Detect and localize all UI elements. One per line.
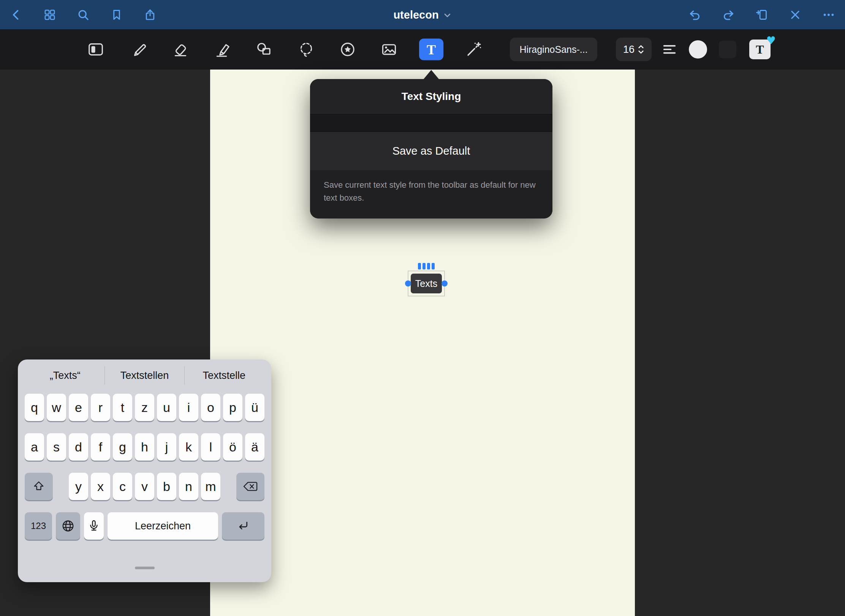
topbar-left-group [8,7,158,23]
floating-keyboard: „Texts“TextstellenTextstelle qwertzuiopü… [18,359,271,582]
key-m[interactable]: m [201,473,220,500]
text-tool-button[interactable]: T [419,39,443,60]
popover-separator-strip [310,114,552,132]
text-tool-icon: T [427,43,436,56]
suggestion-Textstelle[interactable]: Textstelle [184,366,264,385]
key-[interactable]: ü [245,394,264,421]
close-button[interactable] [787,7,803,23]
key-e[interactable]: e [69,394,88,421]
thumbnails-button[interactable] [42,7,58,23]
eraser-tool-button[interactable] [169,38,191,60]
mic-icon [87,519,100,532]
undo-button[interactable] [687,7,703,23]
app-screen: utelecon [0,0,845,616]
pen-tool-button[interactable] [128,38,150,60]
top-navigation-bar: utelecon [0,0,845,29]
add-page-button[interactable] [754,7,770,23]
save-as-default-button[interactable]: Save as Default [310,132,552,170]
return-icon [237,519,250,532]
lasso-tool-button[interactable] [295,38,317,60]
text-box[interactable]: Texts [411,274,442,293]
highlighter-icon [214,41,232,58]
keyboard-row-3: yxcvbnm [25,473,264,500]
secondary-color-well[interactable] [719,41,736,58]
font-family-button[interactable]: HiraginoSans-... [510,38,597,61]
key-b[interactable]: b [157,473,176,500]
textbox-drag-handle[interactable] [418,263,435,269]
keyboard-drag-handle[interactable] [135,567,155,569]
key-k[interactable]: k [179,433,198,461]
text-styling-popover: Text Styling Save as Default Save curren… [310,79,552,219]
search-button[interactable] [75,7,91,23]
search-icon [77,8,90,21]
document-title: utelecon [393,8,438,21]
image-tool-button[interactable] [378,38,400,60]
text-style-favorite-button[interactable]: T ♥ [749,40,771,59]
laser-tool-button[interactable] [462,38,484,60]
resize-handle-left[interactable] [405,280,411,287]
key-u[interactable]: u [157,394,176,421]
key-n[interactable]: n [179,473,198,500]
more-button[interactable] [821,7,837,23]
key-[interactable]: ä [245,433,264,461]
page-panel-icon [87,41,104,58]
close-icon [789,8,802,21]
key-r[interactable]: r [91,394,110,421]
numbers-key[interactable]: 123 [25,512,52,540]
more-icon [822,8,835,21]
keyboard-row-3-letters: yxcvbnm [69,473,220,500]
popover-title: Text Styling [310,79,552,114]
key-p[interactable]: p [223,394,242,421]
key-g[interactable]: g [113,433,132,461]
backspace-key[interactable] [236,473,264,500]
keyboard-row-4: 123 Leerzeichen [25,512,264,540]
key-h[interactable]: h [135,433,154,461]
key-z[interactable]: z [135,394,154,421]
back-button[interactable] [8,7,24,23]
text-alignment-button[interactable] [659,39,680,60]
key-l[interactable]: l [201,433,220,461]
bookmark-button[interactable] [109,7,125,23]
page-tools-button[interactable] [85,38,107,60]
redo-button[interactable] [720,7,736,23]
popover-arrow [424,70,439,79]
shapes-tool-button[interactable] [253,38,275,60]
globe-icon [61,519,75,533]
back-icon [10,8,23,21]
key-j[interactable]: j [157,433,176,461]
stepper-chevrons-icon [638,43,644,56]
shapes-icon [255,41,273,58]
elements-tool-button[interactable] [337,38,359,60]
font-size-value: 16 [623,44,635,55]
key-a[interactable]: a [25,433,44,461]
key-s[interactable]: s [47,433,66,461]
highlighter-tool-button[interactable] [212,38,234,60]
text-color-indicator[interactable] [689,40,707,59]
share-button[interactable] [142,7,158,23]
key-d[interactable]: d [69,433,88,461]
dictation-key[interactable] [84,512,104,540]
key-f[interactable]: f [91,433,110,461]
key-o[interactable]: o [201,394,220,421]
space-key[interactable]: Leerzeichen [108,512,218,540]
resize-handle-right[interactable] [441,280,448,287]
share-icon [144,8,157,21]
key-y[interactable]: y [69,473,88,500]
lasso-icon [297,41,315,58]
key-i[interactable]: i [179,394,198,421]
textbox-selection-frame: Texts [408,271,445,296]
return-key[interactable] [222,512,264,540]
shift-key[interactable] [25,473,53,500]
suggestion-Texts[interactable]: „Texts“ [25,366,104,385]
key-w[interactable]: w [47,394,66,421]
suggestion-Textstellen[interactable]: Textstellen [104,366,184,385]
key-[interactable]: ö [223,433,242,461]
key-t[interactable]: t [113,394,132,421]
key-v[interactable]: v [135,473,154,500]
key-x[interactable]: x [91,473,110,500]
font-size-stepper[interactable]: 16 [616,38,652,61]
document-title-button[interactable]: utelecon [393,8,451,21]
key-q[interactable]: q [25,394,44,421]
key-c[interactable]: c [113,473,132,500]
globe-key[interactable] [56,512,80,540]
